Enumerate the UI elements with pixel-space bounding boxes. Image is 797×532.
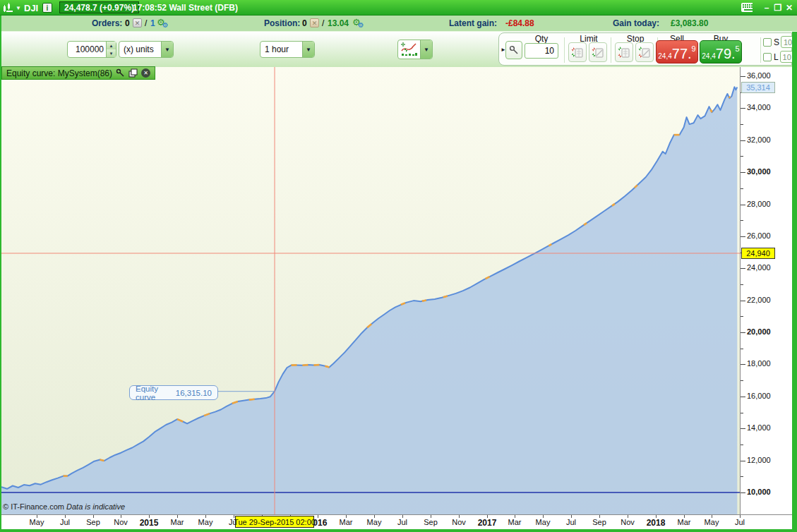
equity-curve-plot[interactable]	[1, 67, 740, 514]
stop-sell-order-button[interactable]	[615, 42, 633, 62]
close-button[interactable]: ✕	[784, 1, 795, 13]
open-position-mark	[325, 366, 329, 368]
indicator-button[interactable]: ▼	[397, 40, 433, 59]
y-axis-tick	[741, 108, 745, 109]
info-button[interactable]: i	[42, 3, 52, 13]
stop-s-label: S	[774, 37, 779, 47]
timeframe-dropdown[interactable]: 1 hour ▼	[260, 41, 315, 58]
position-slash: /	[322, 18, 324, 28]
minimize-button[interactable]: –	[761, 1, 772, 13]
orders-count: 0	[125, 18, 130, 28]
limit-l-label: L	[774, 52, 779, 62]
open-position-mark	[443, 296, 448, 298]
window-frame-left	[0, 16, 1, 532]
buy-button[interactable]: 24,479.5	[700, 40, 742, 64]
spinner-up-icon[interactable]: ▲	[107, 42, 116, 49]
last-value-badge: 35,314	[741, 82, 775, 93]
x-axis-label: Jul	[720, 518, 760, 526]
chart-panel-tab[interactable]: Equity curve: MySystem(86) ✕	[1, 66, 155, 80]
close-position-icon[interactable]: ✕	[310, 18, 319, 28]
chevron-down-icon[interactable]: ▼	[420, 40, 432, 59]
y-axis-label: 10,000	[747, 488, 771, 496]
quantity-value[interactable]: 100000	[68, 42, 106, 57]
y-axis-minor-tick	[741, 284, 743, 285]
open-position-mark	[100, 460, 104, 461]
divider	[760, 37, 761, 63]
quantity-spinner[interactable]: 100000 ▲ ▼	[67, 41, 116, 58]
stop-checkbox[interactable]	[763, 38, 772, 47]
window-frame-right	[792, 32, 797, 532]
limit-sell-order-button[interactable]	[568, 42, 587, 62]
y-axis-label: 22,000	[747, 296, 771, 304]
orders-pending: 1	[150, 18, 155, 28]
tooltip-value: 16,315.10	[176, 389, 212, 397]
y-axis-minor-tick	[741, 380, 743, 381]
spinner-buttons[interactable]: ▲ ▼	[106, 42, 116, 57]
y-axis-minor-tick	[741, 316, 743, 317]
maximize-button[interactable]: ❐	[772, 1, 784, 13]
crosshair-value-badge: 24,940	[741, 248, 775, 259]
y-axis-label: 24,000	[747, 263, 771, 272]
cancel-orders-icon[interactable]: ✕	[133, 18, 142, 28]
y-axis-label: 30,000	[747, 167, 771, 176]
sell-price-main: 77.	[672, 47, 692, 61]
orders-label: Orders:	[92, 18, 122, 28]
equity-curve-svg	[1, 67, 740, 514]
detach-window-icon[interactable]	[128, 68, 138, 78]
position-label: Position:	[264, 18, 300, 28]
y-axis-minor-tick	[741, 124, 743, 125]
open-position-mark	[729, 97, 730, 97]
y-axis-label: 36,000	[747, 71, 771, 80]
stop-buy-order-button[interactable]	[635, 42, 654, 62]
y-axis-tick	[741, 492, 745, 493]
market-name: Wall Street (DFB)	[169, 3, 238, 13]
y-axis-label: 34,000	[747, 103, 771, 111]
title-bar: ▼ DJI i 24,478.7 (+0.97%) 17:08:52 Wall …	[0, 0, 797, 16]
limit-buy-order-button[interactable]	[589, 42, 607, 62]
y-axis-minor-tick	[741, 476, 743, 477]
y-axis-label: 12,000	[747, 456, 771, 464]
limit-checkbox[interactable]	[763, 53, 772, 61]
y-axis-tick	[741, 268, 745, 269]
position-count: 0	[302, 18, 307, 28]
y-axis-label: 28,000	[747, 200, 771, 208]
y-axis-tick	[741, 301, 745, 301]
panel-settings-button[interactable]	[505, 41, 522, 59]
y-axis-label: 14,000	[747, 423, 771, 432]
orders-slash: /	[145, 18, 147, 28]
y-axis-tick	[741, 236, 745, 237]
copyright-note: © IT-Finance.com Data is indicative	[3, 502, 125, 511]
y-axis[interactable]: 35,314 24,940 36,00034,00032,00030,00028…	[740, 67, 792, 514]
keyboard-icon[interactable]	[741, 1, 753, 13]
gear-blue-icon: ⚙	[162, 21, 169, 29]
sell-price-prefix: 24,4	[658, 52, 671, 61]
orders-gears-icon[interactable]: ⚙⚙	[157, 17, 169, 29]
chevron-down-icon[interactable]: ▼	[302, 42, 314, 57]
y-axis-tick	[741, 461, 745, 461]
market-time: 17:08:52 Wall Street (DFB)	[133, 0, 238, 16]
y-axis-tick	[741, 140, 745, 141]
chart-settings-icon[interactable]	[116, 68, 125, 78]
sell-button[interactable]: 24,477.9	[656, 40, 698, 64]
x-axis[interactable]: Tue 29-Sep-2015 02:00 MayJulSepNov2015Ma…	[0, 514, 797, 529]
chevron-down-icon[interactable]: ▼	[161, 42, 173, 57]
open-position-mark	[711, 109, 712, 112]
window-frame-bottom	[0, 529, 797, 532]
position-gears-icon[interactable]: ⚙⚙	[352, 17, 364, 29]
gear-blue-icon: ⚙	[358, 21, 364, 29]
tooltip-label: Equity curve	[136, 385, 176, 401]
crosshair-date-badge: Tue 29-Sep-2015 02:00	[235, 516, 314, 528]
qty-input[interactable]: 10	[525, 43, 558, 59]
y-axis-minor-tick	[741, 413, 743, 413]
timeframe-selected: 1 hour	[260, 44, 302, 54]
gain-today-value: £3,083.80	[671, 18, 708, 28]
units-dropdown[interactable]: (x) units ▼	[119, 41, 174, 58]
spinner-down-icon[interactable]: ▼	[107, 49, 116, 57]
y-axis-tick	[741, 76, 745, 77]
open-position-mark	[313, 365, 319, 365]
y-axis-minor-tick	[741, 445, 743, 445]
instrument-dropdown-caret[interactable]: ▼	[16, 0, 21, 16]
y-axis-tick	[741, 364, 745, 365]
close-chart-icon[interactable]: ✕	[141, 68, 150, 78]
y-axis-tick	[741, 172, 745, 173]
